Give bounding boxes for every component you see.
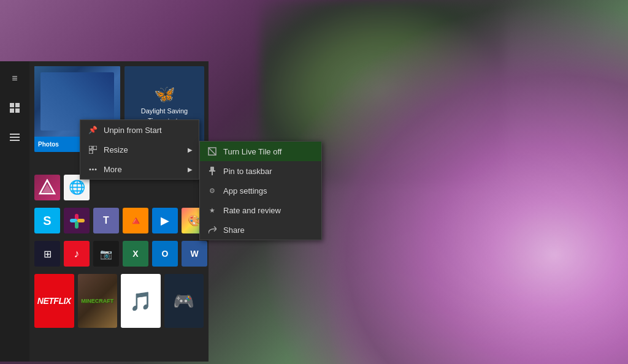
- svg-rect-14: [93, 146, 97, 150]
- svg-rect-13: [89, 146, 92, 149]
- svg-line-20: [209, 148, 216, 155]
- turn-live-tile-off-item[interactable]: Turn Live Tile off: [200, 142, 321, 161]
- app-settings-item[interactable]: ⚙ App settings: [200, 181, 321, 200]
- svg-rect-6: [10, 140, 20, 141]
- groove-app-icon[interactable]: ♪: [64, 241, 90, 267]
- svg-rect-1: [15, 103, 20, 107]
- word-app-icon[interactable]: W: [182, 241, 207, 267]
- large-tiles-row: NETFLIX MINECRAFT 🎵 🎮: [29, 270, 209, 332]
- svg-point-16: [89, 169, 91, 170]
- context-menu: 📌 Unpin from Start Resize ▶ More ▶: [80, 119, 199, 180]
- slack-app-icon[interactable]: [64, 208, 90, 233]
- resize-arrow-icon: ▶: [188, 146, 193, 153]
- teams-app-icon[interactable]: T: [93, 208, 119, 233]
- svg-rect-5: [10, 137, 20, 138]
- more-icon: [88, 164, 98, 174]
- resize-icon: [88, 145, 98, 154]
- netflix-app-tile[interactable]: NETFLIX: [34, 274, 74, 328]
- app-row-2: S T 🔺 ▶ 🎨: [29, 204, 209, 237]
- hamburger-menu-icon[interactable]: ≡: [2, 66, 27, 91]
- svg-rect-15: [89, 150, 93, 154]
- movies-app-icon[interactable]: ▶: [152, 208, 178, 233]
- svg-point-17: [92, 169, 94, 170]
- svg-rect-4: [10, 134, 20, 135]
- minecraft-app-tile[interactable]: MINECRAFT: [78, 274, 118, 328]
- start-content: Photos 🦋 Daylight Saving Time starts Tod…: [29, 61, 209, 362]
- resize-item[interactable]: Resize ▶: [80, 140, 199, 159]
- calculator-app-icon[interactable]: ⊞: [34, 241, 60, 267]
- more-arrow-icon: ▶: [188, 166, 193, 173]
- excel-app-icon[interactable]: X: [123, 241, 148, 267]
- svg-point-18: [94, 169, 96, 170]
- svg-rect-2: [10, 108, 14, 113]
- skype-app-icon[interactable]: S: [34, 208, 60, 233]
- live-tile-icon: [207, 146, 217, 156]
- svg-rect-23: [212, 172, 213, 175]
- tiles-icon[interactable]: [2, 96, 27, 120]
- start-menu: ≡ Pho: [0, 61, 209, 362]
- apps-list: 🌐 S T 🔺 ▶ 🎨: [29, 169, 209, 334]
- app-settings-icon: ⚙: [207, 186, 217, 195]
- submenu: Turn Live Tile off Pin to taskbar ⚙ App …: [199, 141, 322, 240]
- affinity-app-icon[interactable]: [34, 175, 60, 200]
- unpin-icon: 📌: [88, 125, 98, 135]
- pin-taskbar-icon: [207, 166, 217, 176]
- start-sidebar: ≡: [0, 61, 29, 362]
- list-view-icon[interactable]: [2, 125, 27, 150]
- outlook-app-icon[interactable]: O: [152, 241, 178, 267]
- rate-review-icon: ★: [207, 205, 217, 215]
- camera-app-icon[interactable]: 📷: [93, 241, 119, 267]
- svg-rect-22: [209, 170, 215, 172]
- unpin-from-start-item[interactable]: 📌 Unpin from Start: [80, 120, 199, 140]
- app-row-3: ⊞ ♪ 📷 X O W: [29, 237, 209, 270]
- svg-rect-11: [75, 221, 78, 229]
- svg-rect-0: [10, 103, 14, 107]
- itunes-app-tile[interactable]: 🎵: [121, 274, 161, 328]
- svg-rect-12: [77, 219, 85, 222]
- share-item[interactable]: Share: [200, 220, 321, 240]
- vlc-app-icon[interactable]: 🔺: [123, 208, 148, 233]
- pin-to-taskbar-item[interactable]: Pin to taskbar: [200, 161, 321, 181]
- share-icon: [207, 225, 217, 235]
- rate-review-item[interactable]: ★ Rate and review: [200, 200, 321, 220]
- svg-rect-3: [15, 108, 20, 113]
- more-item[interactable]: More ▶: [80, 159, 199, 179]
- steam-app-tile[interactable]: 🎮: [164, 274, 204, 328]
